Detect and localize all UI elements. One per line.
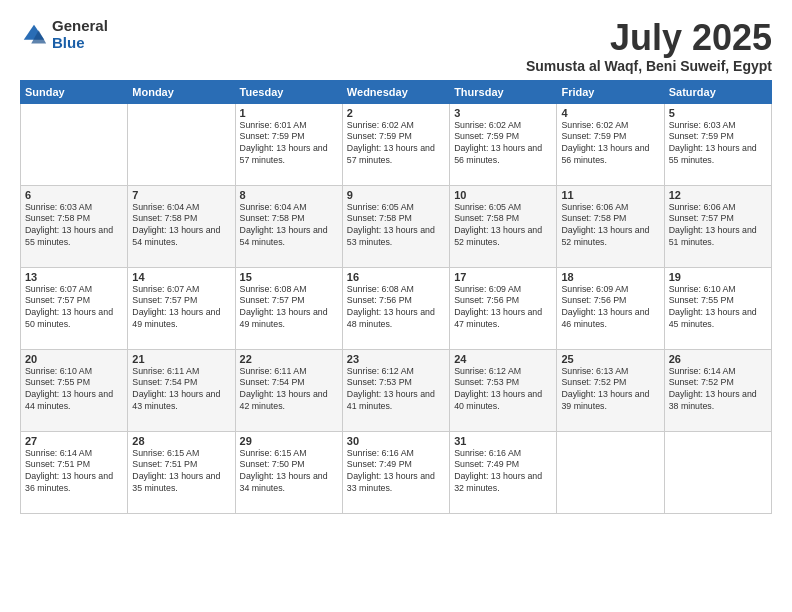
day-info: Sunrise: 6:12 AM Sunset: 7:53 PM Dayligh… <box>347 366 445 414</box>
col-tuesday: Tuesday <box>235 80 342 103</box>
day-cell: 24Sunrise: 6:12 AM Sunset: 7:53 PM Dayli… <box>450 349 557 431</box>
day-number: 8 <box>240 189 338 201</box>
day-number: 9 <box>347 189 445 201</box>
day-info: Sunrise: 6:14 AM Sunset: 7:51 PM Dayligh… <box>25 448 123 496</box>
day-info: Sunrise: 6:04 AM Sunset: 7:58 PM Dayligh… <box>132 202 230 250</box>
day-info: Sunrise: 6:11 AM Sunset: 7:54 PM Dayligh… <box>132 366 230 414</box>
day-cell: 11Sunrise: 6:06 AM Sunset: 7:58 PM Dayli… <box>557 185 664 267</box>
col-sunday: Sunday <box>21 80 128 103</box>
day-number: 21 <box>132 353 230 365</box>
day-number: 13 <box>25 271 123 283</box>
col-thursday: Thursday <box>450 80 557 103</box>
day-info: Sunrise: 6:15 AM Sunset: 7:50 PM Dayligh… <box>240 448 338 496</box>
col-saturday: Saturday <box>664 80 771 103</box>
month-title: July 2025 <box>526 18 772 58</box>
day-number: 3 <box>454 107 552 119</box>
day-number: 2 <box>347 107 445 119</box>
header: General Blue July 2025 Sumusta al Waqf, … <box>20 18 772 74</box>
logo-icon <box>20 21 48 49</box>
day-cell: 12Sunrise: 6:06 AM Sunset: 7:57 PM Dayli… <box>664 185 771 267</box>
day-info: Sunrise: 6:09 AM Sunset: 7:56 PM Dayligh… <box>561 284 659 332</box>
day-info: Sunrise: 6:05 AM Sunset: 7:58 PM Dayligh… <box>454 202 552 250</box>
day-cell: 8Sunrise: 6:04 AM Sunset: 7:58 PM Daylig… <box>235 185 342 267</box>
day-info: Sunrise: 6:10 AM Sunset: 7:55 PM Dayligh… <box>669 284 767 332</box>
logo-blue: Blue <box>52 35 108 52</box>
day-number: 10 <box>454 189 552 201</box>
col-wednesday: Wednesday <box>342 80 449 103</box>
day-number: 17 <box>454 271 552 283</box>
day-cell: 6Sunrise: 6:03 AM Sunset: 7:58 PM Daylig… <box>21 185 128 267</box>
day-info: Sunrise: 6:03 AM Sunset: 7:59 PM Dayligh… <box>669 120 767 168</box>
day-number: 14 <box>132 271 230 283</box>
day-cell: 19Sunrise: 6:10 AM Sunset: 7:55 PM Dayli… <box>664 267 771 349</box>
day-cell: 29Sunrise: 6:15 AM Sunset: 7:50 PM Dayli… <box>235 431 342 513</box>
day-cell: 26Sunrise: 6:14 AM Sunset: 7:52 PM Dayli… <box>664 349 771 431</box>
page: General Blue July 2025 Sumusta al Waqf, … <box>0 0 792 612</box>
day-cell <box>664 431 771 513</box>
header-row: Sunday Monday Tuesday Wednesday Thursday… <box>21 80 772 103</box>
day-cell: 20Sunrise: 6:10 AM Sunset: 7:55 PM Dayli… <box>21 349 128 431</box>
location-title: Sumusta al Waqf, Beni Suweif, Egypt <box>526 58 772 74</box>
day-cell: 3Sunrise: 6:02 AM Sunset: 7:59 PM Daylig… <box>450 103 557 185</box>
day-cell: 21Sunrise: 6:11 AM Sunset: 7:54 PM Dayli… <box>128 349 235 431</box>
day-number: 5 <box>669 107 767 119</box>
day-info: Sunrise: 6:07 AM Sunset: 7:57 PM Dayligh… <box>25 284 123 332</box>
day-info: Sunrise: 6:05 AM Sunset: 7:58 PM Dayligh… <box>347 202 445 250</box>
week-row-1: 6Sunrise: 6:03 AM Sunset: 7:58 PM Daylig… <box>21 185 772 267</box>
calendar-table: Sunday Monday Tuesday Wednesday Thursday… <box>20 80 772 514</box>
day-cell: 15Sunrise: 6:08 AM Sunset: 7:57 PM Dayli… <box>235 267 342 349</box>
title-block: July 2025 Sumusta al Waqf, Beni Suweif, … <box>526 18 772 74</box>
day-info: Sunrise: 6:02 AM Sunset: 7:59 PM Dayligh… <box>561 120 659 168</box>
day-number: 29 <box>240 435 338 447</box>
day-number: 30 <box>347 435 445 447</box>
day-info: Sunrise: 6:16 AM Sunset: 7:49 PM Dayligh… <box>347 448 445 496</box>
day-info: Sunrise: 6:10 AM Sunset: 7:55 PM Dayligh… <box>25 366 123 414</box>
day-cell: 23Sunrise: 6:12 AM Sunset: 7:53 PM Dayli… <box>342 349 449 431</box>
day-cell: 9Sunrise: 6:05 AM Sunset: 7:58 PM Daylig… <box>342 185 449 267</box>
day-cell: 7Sunrise: 6:04 AM Sunset: 7:58 PM Daylig… <box>128 185 235 267</box>
day-cell <box>21 103 128 185</box>
day-cell: 28Sunrise: 6:15 AM Sunset: 7:51 PM Dayli… <box>128 431 235 513</box>
day-info: Sunrise: 6:08 AM Sunset: 7:56 PM Dayligh… <box>347 284 445 332</box>
day-cell: 14Sunrise: 6:07 AM Sunset: 7:57 PM Dayli… <box>128 267 235 349</box>
day-info: Sunrise: 6:02 AM Sunset: 7:59 PM Dayligh… <box>347 120 445 168</box>
day-cell <box>557 431 664 513</box>
day-number: 6 <box>25 189 123 201</box>
day-number: 31 <box>454 435 552 447</box>
logo-text: General Blue <box>52 18 108 51</box>
day-info: Sunrise: 6:02 AM Sunset: 7:59 PM Dayligh… <box>454 120 552 168</box>
day-number: 28 <box>132 435 230 447</box>
day-info: Sunrise: 6:12 AM Sunset: 7:53 PM Dayligh… <box>454 366 552 414</box>
day-info: Sunrise: 6:15 AM Sunset: 7:51 PM Dayligh… <box>132 448 230 496</box>
day-info: Sunrise: 6:06 AM Sunset: 7:58 PM Dayligh… <box>561 202 659 250</box>
day-cell: 27Sunrise: 6:14 AM Sunset: 7:51 PM Dayli… <box>21 431 128 513</box>
day-info: Sunrise: 6:16 AM Sunset: 7:49 PM Dayligh… <box>454 448 552 496</box>
day-info: Sunrise: 6:04 AM Sunset: 7:58 PM Dayligh… <box>240 202 338 250</box>
week-row-4: 27Sunrise: 6:14 AM Sunset: 7:51 PM Dayli… <box>21 431 772 513</box>
day-cell <box>128 103 235 185</box>
day-cell: 1Sunrise: 6:01 AM Sunset: 7:59 PM Daylig… <box>235 103 342 185</box>
day-info: Sunrise: 6:06 AM Sunset: 7:57 PM Dayligh… <box>669 202 767 250</box>
day-number: 25 <box>561 353 659 365</box>
day-number: 27 <box>25 435 123 447</box>
day-number: 11 <box>561 189 659 201</box>
day-number: 4 <box>561 107 659 119</box>
day-info: Sunrise: 6:01 AM Sunset: 7:59 PM Dayligh… <box>240 120 338 168</box>
day-number: 7 <box>132 189 230 201</box>
day-cell: 5Sunrise: 6:03 AM Sunset: 7:59 PM Daylig… <box>664 103 771 185</box>
day-cell: 13Sunrise: 6:07 AM Sunset: 7:57 PM Dayli… <box>21 267 128 349</box>
day-cell: 4Sunrise: 6:02 AM Sunset: 7:59 PM Daylig… <box>557 103 664 185</box>
day-number: 19 <box>669 271 767 283</box>
day-number: 1 <box>240 107 338 119</box>
logo: General Blue <box>20 18 108 51</box>
day-number: 24 <box>454 353 552 365</box>
day-info: Sunrise: 6:08 AM Sunset: 7:57 PM Dayligh… <box>240 284 338 332</box>
day-cell: 16Sunrise: 6:08 AM Sunset: 7:56 PM Dayli… <box>342 267 449 349</box>
day-number: 18 <box>561 271 659 283</box>
day-info: Sunrise: 6:11 AM Sunset: 7:54 PM Dayligh… <box>240 366 338 414</box>
day-cell: 22Sunrise: 6:11 AM Sunset: 7:54 PM Dayli… <box>235 349 342 431</box>
day-number: 26 <box>669 353 767 365</box>
day-cell: 30Sunrise: 6:16 AM Sunset: 7:49 PM Dayli… <box>342 431 449 513</box>
day-number: 16 <box>347 271 445 283</box>
day-cell: 25Sunrise: 6:13 AM Sunset: 7:52 PM Dayli… <box>557 349 664 431</box>
